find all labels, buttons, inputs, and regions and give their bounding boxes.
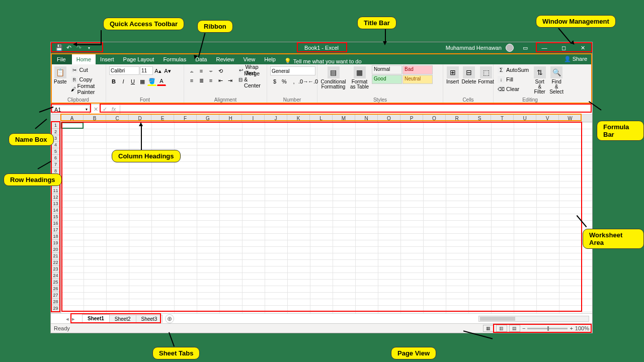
align-center-icon[interactable]: ≣ [197,76,206,85]
column-heading[interactable]: M [333,115,355,122]
bold-button[interactable]: B [109,77,118,86]
sheet-nav-next-icon[interactable]: ▸ [72,316,78,322]
row-heading[interactable]: 13 [51,201,60,207]
format-painter-button[interactable]: 🖌Format Painter [69,84,104,94]
row-heading[interactable]: 23 [51,266,60,273]
sheet-tab-1[interactable]: Sheet1 [82,314,110,323]
paste-button[interactable]: 📋Paste [53,65,68,85]
italic-button[interactable]: I [119,77,128,86]
save-icon[interactable]: 💾 [55,44,63,52]
page-break-view-button[interactable]: ▤ [509,325,520,332]
minimize-icon[interactable]: — [537,42,552,53]
style-bad[interactable]: Bad [403,65,433,74]
align-left-icon[interactable]: ≡ [187,76,196,85]
column-heading[interactable]: S [468,115,491,122]
cell-styles-gallery[interactable]: Normal Bad Good Neutral [372,65,433,84]
column-heading[interactable]: I [242,115,265,122]
underline-button[interactable]: U [128,77,137,86]
decrease-indent-icon[interactable]: ⇤ [216,76,225,85]
normal-view-button[interactable]: ▦ [483,325,494,332]
align-bottom-icon[interactable]: ⫟ [206,66,215,75]
increase-decimal-icon[interactable]: .0→ [299,77,308,86]
column-heading[interactable]: G [197,115,219,122]
zoom-in-button[interactable]: + [570,325,573,331]
zoom-level[interactable]: 100% [575,325,589,331]
row-heading[interactable]: 1 [51,122,60,129]
font-name-input[interactable] [109,66,139,75]
maximize-icon[interactable]: ◻ [556,42,571,53]
increase-font-icon[interactable]: A▴ [153,66,163,75]
column-heading[interactable]: K [287,115,310,122]
row-heading[interactable]: 29 [51,305,60,312]
comma-icon[interactable]: , [289,77,298,86]
sheet-tab-2[interactable]: Sheet2 [109,315,136,323]
ribbon-display-icon[interactable]: ▭ [518,42,533,53]
row-heading[interactable]: 25 [51,279,60,286]
row-heading[interactable]: 28 [51,299,60,305]
currency-icon[interactable]: $ [270,77,279,86]
row-heading[interactable]: 7 [51,161,60,168]
column-heading[interactable]: V [536,115,559,122]
column-heading[interactable]: D [129,115,151,122]
column-heading[interactable]: B [84,115,106,122]
row-heading[interactable]: 15 [51,214,60,220]
row-heading[interactable]: 20 [51,246,60,253]
row-heading[interactable]: 19 [51,240,60,246]
tab-page-layout[interactable]: Page Layout [119,54,159,64]
column-heading[interactable]: E [151,115,174,122]
sheet-tab-3[interactable]: Sheet3 [136,315,163,323]
align-top-icon[interactable]: ⫠ [187,66,196,75]
column-heading[interactable]: A [61,115,84,122]
border-button[interactable]: ▦ [138,77,147,86]
column-heading[interactable]: Q [423,115,446,122]
insert-function-icon[interactable]: fx [110,106,118,113]
style-neutral[interactable]: Neutral [403,75,433,84]
row-heading[interactable]: 11 [51,188,60,194]
column-heading[interactable]: H [219,115,242,122]
column-heading[interactable]: P [400,115,423,122]
orientation-icon[interactable]: ⟲ [216,66,225,75]
fill-button[interactable]: ↓Fill [496,75,531,84]
row-heading[interactable]: 26 [51,286,60,292]
tab-view[interactable]: View [239,54,260,64]
column-heading[interactable]: R [446,115,468,122]
column-heading[interactable]: O [378,115,400,122]
horizontal-scrollbar[interactable] [478,316,589,322]
name-box[interactable]: A1▾ [52,105,90,114]
row-heading[interactable]: 18 [51,233,60,240]
zoom-slider[interactable] [527,328,568,329]
tab-help[interactable]: Help [260,54,280,64]
cancel-formula-icon[interactable]: ✕ [92,106,100,113]
align-right-icon[interactable]: ≡ [206,76,215,85]
format-cells-button[interactable]: ⬚Format [478,65,494,85]
font-color-button[interactable]: A [157,77,166,86]
autosum-button[interactable]: ΣAutoSum [496,65,531,74]
decrease-decimal-icon[interactable]: ←.0 [308,77,317,86]
conditional-formatting-button[interactable]: ▤Conditional Formatting [319,65,347,90]
column-heading[interactable]: N [355,115,378,122]
column-heading[interactable]: J [265,115,287,122]
row-heading[interactable]: 14 [51,207,60,214]
tab-file[interactable]: File [51,54,72,64]
tab-insert[interactable]: Insert [96,54,119,64]
increase-indent-icon[interactable]: ⇥ [225,76,234,85]
fill-color-button[interactable]: 🪣 [147,77,156,86]
tab-formulas[interactable]: Formulas [158,54,191,64]
column-heading[interactable]: C [106,115,129,122]
insert-cells-button[interactable]: ⊞Insert [445,65,460,85]
percent-icon[interactable]: % [280,77,289,86]
formula-bar[interactable] [120,105,592,114]
tab-home[interactable]: Home [72,54,96,64]
select-all-corner[interactable] [51,115,61,122]
active-cell[interactable] [61,122,84,129]
row-heading[interactable]: 21 [51,253,60,259]
style-normal[interactable]: Normal [372,65,402,74]
cut-button[interactable]: ✂Cut [69,65,104,74]
delete-cells-button[interactable]: ⊟Delete [461,65,477,85]
merge-center-button[interactable]: ⊟Merge & Center [236,75,266,84]
row-heading[interactable]: 17 [51,227,60,233]
add-sheet-button[interactable]: ⊕ [165,314,174,323]
row-heading[interactable]: 22 [51,259,60,266]
page-layout-view-button[interactable]: ▥ [496,325,507,332]
number-format-input[interactable] [270,66,315,75]
